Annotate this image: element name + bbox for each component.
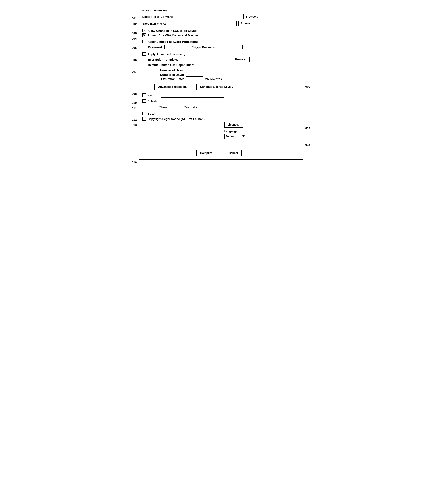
- default-label: Default: [226, 135, 235, 138]
- show-seconds-row: Show Seconds: [159, 105, 300, 109]
- eula-row: EULA: [142, 111, 300, 116]
- password-label: Password:: [148, 45, 163, 49]
- simple-password-checkbox[interactable]: [142, 40, 146, 43]
- compile-button[interactable]: Compile!: [196, 150, 216, 156]
- line-num-014-right: 014: [305, 125, 310, 131]
- language-dropdown[interactable]: Default: [224, 134, 246, 139]
- browse-exe-button[interactable]: Browse...: [238, 21, 255, 26]
- number-of-days-label: Number of Days:: [158, 73, 184, 76]
- advanced-protection-button[interactable]: Advanced Protection...: [154, 84, 192, 90]
- icon-input[interactable]: [161, 93, 224, 98]
- allow-changes-row: Allow Changes in EXE to be Saved: [142, 29, 300, 32]
- eula-input[interactable]: [161, 111, 224, 116]
- show-label: Show: [159, 105, 167, 109]
- line-num-003: 003: [132, 30, 137, 36]
- expiration-date-row: Expiration Date: MM/DD/YYYY: [158, 77, 300, 81]
- cancel-button[interactable]: Cancel: [225, 150, 242, 156]
- expiration-date-label: Expiration Date:: [158, 77, 184, 81]
- excel-file-input[interactable]: [174, 14, 242, 19]
- right-panel: License... Language: Default: [224, 122, 246, 139]
- number-of-uses-row: Number of Uses:: [158, 68, 300, 72]
- retype-password-label: Retype Password:: [191, 45, 217, 49]
- line-num-012: 012: [132, 117, 137, 122]
- password-fields-row: Password: Retype Password:: [148, 45, 300, 49]
- default-limited-use-row: Default Limited Use Capabilities:: [148, 63, 300, 67]
- line-num-002: 002: [132, 21, 137, 27]
- chevron-down-icon: [242, 135, 245, 137]
- copyright-section: License... Language: Default: [142, 122, 300, 147]
- encryption-template-input[interactable]: [180, 57, 231, 62]
- line-num-004: 004: [132, 36, 137, 41]
- allow-changes-checkbox[interactable]: [142, 29, 146, 32]
- line-num-009-right: 009: [305, 84, 310, 89]
- number-of-days-input[interactable]: [185, 72, 203, 76]
- browse-excel-button[interactable]: Browse...: [243, 14, 260, 19]
- license-button[interactable]: License...: [224, 122, 243, 128]
- icon-row: Icon: [142, 93, 300, 98]
- line-num-005: 005: [132, 45, 137, 50]
- encryption-template-label: Encryption Template:: [148, 58, 178, 61]
- line-num-015-right: 015: [305, 142, 310, 147]
- line-num-008: 008: [132, 91, 137, 96]
- language-label: Language:: [224, 130, 239, 133]
- copyright-textarea[interactable]: [148, 122, 221, 147]
- seconds-input[interactable]: [169, 105, 183, 109]
- save-exe-input[interactable]: [169, 21, 237, 26]
- line-num-016: 016: [132, 159, 137, 165]
- seconds-label: Seconds: [184, 105, 197, 109]
- copyright-label: Copyright/Legal Notice (At First Launch)…: [147, 117, 206, 121]
- eula-checkbox[interactable]: [142, 112, 146, 115]
- protect-vba-checkbox[interactable]: [142, 34, 146, 37]
- line-num-006: 006: [132, 57, 137, 63]
- protect-vba-label: Protect Any VBA Codes and Macros: [147, 34, 198, 37]
- expiration-date-input[interactable]: [185, 77, 203, 81]
- mmddyyyy-label: MM/DD/YYYY: [205, 77, 223, 80]
- panel-title: ROV COMPILER: [142, 9, 300, 12]
- protect-vba-row: Protect Any VBA Codes and Macros: [142, 34, 300, 37]
- number-of-uses-input[interactable]: [185, 68, 203, 72]
- line-num-011: 011: [132, 105, 137, 111]
- retype-password-input[interactable]: [219, 45, 242, 49]
- generate-license-button[interactable]: Generate License Keys...: [196, 84, 237, 90]
- limited-use-fields: Number of Uses: Number of Days: Expirati…: [158, 68, 300, 81]
- bottom-buttons-row: Compile! Cancel: [142, 150, 300, 156]
- copyright-row: Copyright/Legal Notice (At First Launch)…: [142, 117, 300, 121]
- password-input[interactable]: [164, 45, 188, 49]
- number-of-days-row: Number of Days:: [158, 72, 300, 76]
- splash-checkbox[interactable]: [142, 99, 146, 103]
- save-exe-label: Save EXE File As:: [142, 22, 167, 25]
- icon-checkbox[interactable]: [142, 93, 146, 97]
- main-panel: ROV COMPILER Excel File to Convert: Brow…: [139, 6, 303, 160]
- splash-label: Splash: [147, 100, 159, 103]
- number-of-uses-label: Number of Uses:: [158, 69, 184, 72]
- simple-password-label: Apply Simple Password Protection:: [147, 40, 198, 43]
- line-num-010: 010: [132, 100, 137, 105]
- advanced-licensing-checkbox[interactable]: [142, 52, 146, 56]
- default-limited-use-label: Default Limited Use Capabilities:: [148, 63, 194, 67]
- eula-label: EULA: [147, 112, 159, 115]
- simple-password-row: Apply Simple Password Protection:: [142, 40, 300, 43]
- advanced-licensing-row: Apply Advanced Licensing:: [142, 52, 300, 56]
- splash-row: Splash: [142, 99, 300, 104]
- excel-file-label: Excel File to Convert:: [142, 15, 173, 18]
- icon-label: Icon: [147, 94, 159, 97]
- advanced-licensing-label: Apply Advanced Licensing:: [147, 52, 186, 56]
- allow-changes-label: Allow Changes in EXE to be Saved: [147, 29, 197, 32]
- excel-file-row: Excel File to Convert: Browse...: [142, 14, 300, 19]
- line-num-007: 007: [132, 69, 137, 74]
- save-exe-row: Save EXE File As: Browse...: [142, 21, 300, 26]
- copyright-checkbox[interactable]: [142, 117, 146, 121]
- encryption-template-row: Encryption Template: Browse...: [148, 57, 300, 62]
- browse-encryption-button[interactable]: Browse...: [233, 57, 250, 62]
- line-num-001: 001: [132, 16, 137, 21]
- line-num-013: 013: [132, 122, 137, 128]
- splash-input[interactable]: [161, 99, 224, 104]
- protection-buttons-row: Advanced Protection... Generate License …: [154, 84, 300, 90]
